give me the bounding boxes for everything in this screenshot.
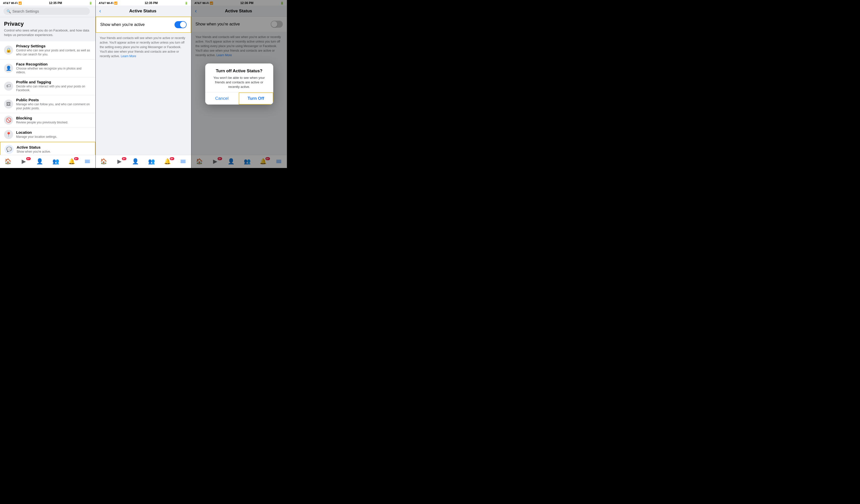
posts-item-desc: Manage who can follow you, and who can c…: [16, 102, 91, 110]
nav-video-2[interactable]: ▶ 9+: [112, 158, 127, 165]
video-badge-1: 9+: [26, 157, 31, 160]
status-left-1: AT&T Wi-Fi 📶: [3, 1, 22, 5]
bottom-nav-1: 🏠 ▶ 9+ 👤 👥 🔔 9+: [0, 155, 96, 168]
search-header: 🔍 Search Settings: [0, 5, 96, 17]
privacy-item-title: Privacy Settings: [16, 44, 91, 48]
tag-item-desc: Decide who can interact with you and you…: [16, 85, 91, 92]
menu-line-1: [85, 160, 90, 160]
notif-badge-1: 9+: [74, 157, 78, 160]
face-item-desc: Choose whether we recognize you in photo…: [16, 67, 91, 74]
face-text: Face Recognition Choose whether we recog…: [16, 62, 91, 74]
search-input[interactable]: Search Settings: [12, 9, 39, 13]
status-bar-1: AT&T Wi-Fi 📶 12:35 PM 🔋: [0, 0, 96, 5]
screen-2: AT&T Wi-Fi 📶 12:35 PM 🔋 ‹ Active Status …: [96, 0, 191, 168]
face-icon: 👤: [4, 64, 13, 73]
status-right-1: 🔋: [89, 1, 92, 5]
active-status-content-2: Show when you're active Your friends and…: [96, 17, 191, 155]
block-text: Blocking Review people you previously bl…: [16, 116, 91, 125]
toggle-section-2: Show when you're active: [96, 17, 191, 33]
active-status-item[interactable]: 💬 Active Status Show when you're active.: [0, 142, 96, 155]
location-text: Location Manage your location settings.: [16, 130, 91, 139]
dialog-body: Turn off Active Status? You won't be abl…: [205, 63, 273, 92]
video-badge-2: 9+: [122, 157, 126, 160]
menu-icon-2: [181, 160, 186, 163]
blocking-item[interactable]: 🚫 Blocking Review people you previously …: [0, 113, 96, 127]
screen-3: AT&T Wi-Fi 📶 12:36 PM 🔋 ‹ Active Status …: [191, 0, 287, 168]
face-recognition-item[interactable]: 👤 Face Recognition Choose whether we rec…: [0, 59, 96, 77]
home-icon-1: 🏠: [4, 158, 11, 165]
dialog-description: You won't be able to see when your frien…: [209, 75, 269, 89]
menu-line-2a: [181, 160, 186, 160]
nav-notifications-1[interactable]: 🔔 9+: [64, 158, 80, 165]
settings-content: Privacy Control who sees what you do on …: [0, 17, 96, 155]
search-icon: 🔍: [6, 9, 11, 13]
nav-home-2[interactable]: 🏠: [96, 158, 112, 165]
back-button-2[interactable]: ‹: [99, 8, 101, 14]
notif-badge-2: 9+: [170, 157, 174, 160]
posts-icon: 🖼: [4, 100, 13, 109]
nav-profile-1[interactable]: 👤: [32, 158, 47, 165]
home-icon-2: 🏠: [100, 158, 107, 165]
wifi-icon-1: 📶: [18, 1, 22, 5]
toggle-desc-text-2: Your friends and contacts will see when …: [100, 36, 185, 58]
nav-menu-2[interactable]: [175, 160, 191, 163]
nav-friends-2[interactable]: 👥: [144, 158, 159, 165]
status-left-2: AT&T Wi-Fi 📶: [99, 1, 118, 5]
time-2: 12:35 PM: [145, 1, 158, 5]
posts-text: Public Posts Manage who can follow you, …: [16, 98, 91, 110]
privacy-item-desc: Control who can see your posts and conte…: [16, 48, 91, 56]
posts-item-title: Public Posts: [16, 98, 91, 102]
active-status-icon: 💬: [4, 145, 14, 154]
nav-video-1[interactable]: ▶ 9+: [16, 158, 32, 165]
block-icon: 🚫: [4, 116, 13, 125]
active-status-item-desc: Show when you're active.: [17, 150, 91, 154]
location-item-title: Location: [16, 130, 91, 134]
active-status-text: Active Status Show when you're active.: [17, 145, 91, 154]
privacy-settings-item[interactable]: 🔒 Privacy Settings Control who can see y…: [0, 41, 96, 59]
privacy-text: Privacy Settings Control who can see you…: [16, 44, 91, 56]
carrier-1: AT&T Wi-Fi: [3, 1, 18, 4]
public-posts-item[interactable]: 🖼 Public Posts Manage who can follow you…: [0, 95, 96, 113]
privacy-desc: Control who sees what you do on Facebook…: [4, 28, 91, 37]
tag-text: Profile and Tagging Decide who can inter…: [16, 80, 91, 92]
battery-icon-2: 🔋: [185, 1, 188, 5]
profile-tagging-item[interactable]: 🏷 Profile and Tagging Decide who can int…: [0, 77, 96, 95]
active-status-header-2: ‹ Active Status: [96, 5, 191, 17]
location-item-desc: Manage your location settings.: [16, 135, 91, 139]
location-icon: 📍: [4, 130, 13, 139]
screen-1: AT&T Wi-Fi 📶 12:35 PM 🔋 🔍 Search Setting…: [0, 0, 96, 168]
friends-icon-2: 👥: [148, 158, 155, 165]
menu-icon-1: [85, 160, 90, 163]
cancel-button[interactable]: Cancel: [205, 92, 239, 104]
wifi-icon-2: 📶: [114, 1, 118, 5]
active-status-item-title: Active Status: [17, 145, 91, 149]
active-status-toggle-2[interactable]: [174, 21, 187, 28]
toggle-label-2: Show when you're active: [100, 23, 145, 27]
toggle-knob-2: [180, 21, 186, 28]
nav-home-1[interactable]: 🏠: [0, 158, 16, 165]
menu-line-3: [85, 162, 90, 163]
menu-line-2: [85, 161, 90, 162]
menu-line-2b: [181, 161, 186, 162]
video-icon-1: ▶: [22, 158, 26, 165]
location-item[interactable]: 📍 Location Manage your location settings…: [0, 127, 96, 142]
carrier-2: AT&T Wi-Fi: [99, 1, 113, 4]
search-bar[interactable]: 🔍 Search Settings: [3, 8, 90, 15]
turn-off-button[interactable]: Turn Off: [239, 92, 273, 104]
bottom-nav-2: 🏠 ▶ 9+ 👤 👥 🔔 9+: [96, 155, 191, 168]
nav-menu-1[interactable]: [80, 160, 96, 163]
nav-profile-2[interactable]: 👤: [127, 158, 143, 165]
nav-friends-1[interactable]: 👥: [48, 158, 64, 165]
status-right-2: 🔋: [185, 1, 188, 5]
profile-icon-2: 👤: [132, 158, 139, 165]
nav-notifications-2[interactable]: 🔔 9+: [159, 158, 175, 165]
block-item-desc: Review people you previously blocked.: [16, 121, 91, 125]
block-item-title: Blocking: [16, 116, 91, 120]
dialog-title: Turn off Active Status?: [209, 69, 269, 74]
time-1: 12:35 PM: [49, 1, 62, 5]
settings-list: 🔒 Privacy Settings Control who can see y…: [0, 41, 96, 155]
status-bar-2: AT&T Wi-Fi 📶 12:35 PM 🔋: [96, 0, 191, 5]
face-item-title: Face Recognition: [16, 62, 91, 66]
tag-icon: 🏷: [4, 82, 13, 91]
learn-more-2[interactable]: Learn More: [120, 54, 136, 58]
